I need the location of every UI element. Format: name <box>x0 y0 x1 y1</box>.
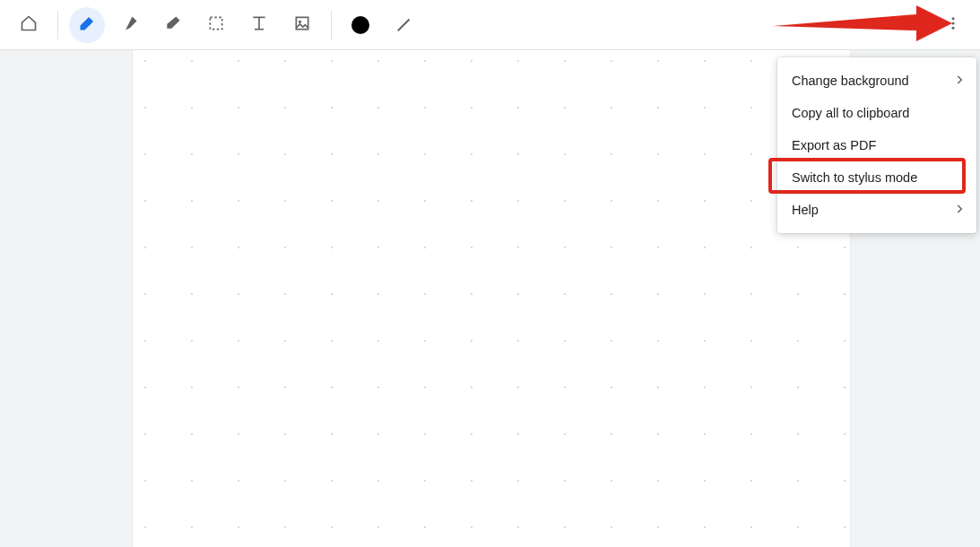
stroke-line-icon <box>397 19 410 31</box>
menu-item-label: Switch to stylus mode <box>792 170 917 185</box>
text-tool-button[interactable] <box>241 7 277 43</box>
home-icon <box>20 14 38 36</box>
drawing-canvas[interactable] <box>133 50 850 547</box>
pen-icon <box>78 14 96 36</box>
svg-point-8 <box>952 27 955 30</box>
select-icon <box>207 14 225 36</box>
eraser-tool-button[interactable] <box>155 7 191 43</box>
menu-change-background[interactable]: Change background <box>777 65 976 97</box>
menu-item-label: Help <box>792 203 819 217</box>
eraser-icon <box>164 14 182 36</box>
more-options-button[interactable] <box>935 7 971 43</box>
menu-item-label: Copy all to clipboard <box>792 106 909 120</box>
chevron-right-icon <box>953 203 966 218</box>
toolbar-divider <box>57 11 58 39</box>
home-button[interactable] <box>11 7 47 43</box>
marker-icon <box>121 14 139 36</box>
text-icon <box>250 14 268 36</box>
image-tool-button[interactable] <box>284 7 320 43</box>
stroke-weight-button[interactable] <box>386 7 421 43</box>
toolbar-divider <box>331 11 332 39</box>
svg-rect-4 <box>296 17 308 29</box>
chevron-right-icon <box>953 74 966 89</box>
svg-point-5 <box>299 21 301 22</box>
image-icon <box>293 14 311 36</box>
menu-item-label: Export as PDF <box>792 138 876 152</box>
color-picker-button[interactable] <box>343 7 378 43</box>
menu-export-pdf[interactable]: Export as PDF <box>777 129 976 161</box>
more-options-menu: Change background Copy all to clipboard … <box>777 57 976 233</box>
svg-point-7 <box>952 22 955 25</box>
menu-help[interactable]: Help <box>777 194 976 226</box>
toolbar <box>0 0 980 50</box>
menu-item-label: Change background <box>792 74 909 88</box>
svg-point-6 <box>952 17 955 20</box>
pen-tool-button[interactable] <box>69 7 105 43</box>
select-tool-button[interactable] <box>198 7 234 43</box>
marker-tool-button[interactable] <box>112 7 148 43</box>
color-dot-icon <box>351 16 369 34</box>
svg-rect-0 <box>210 17 221 29</box>
menu-switch-stylus[interactable]: Switch to stylus mode <box>777 161 976 194</box>
more-vert-icon <box>945 15 961 35</box>
menu-copy-all[interactable]: Copy all to clipboard <box>777 97 976 129</box>
